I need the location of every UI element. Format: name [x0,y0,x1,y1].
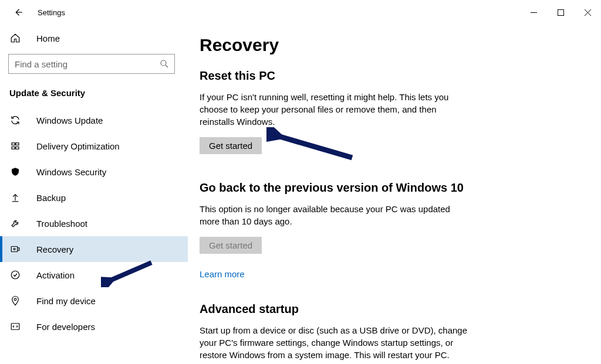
nav-label: Find my device [36,296,96,306]
svg-rect-6 [12,143,15,145]
window-controls [520,0,601,25]
back-button[interactable] [8,2,28,22]
nav-windows-security[interactable]: Windows Security [0,159,188,185]
search-icon [159,59,170,69]
svg-rect-1 [558,9,563,15]
svg-line-5 [166,65,168,67]
svg-rect-9 [16,147,19,149]
reset-description: If your PC isn't running well, resetting… [200,91,470,128]
svg-point-14 [11,271,19,279]
learn-more-link[interactable]: Learn more [200,269,245,279]
nav-backup[interactable]: Backup [0,185,188,210]
home-icon [9,33,21,43]
nav-for-developers[interactable]: For developers [0,314,188,339]
nav-home-label: Home [36,33,60,43]
svg-rect-16 [11,324,19,330]
svg-point-4 [161,60,166,66]
nav-label: Windows Security [36,167,106,177]
goback-description: This option is no longer available becau… [200,203,470,227]
svg-point-13 [13,249,15,250]
delivery-icon [9,141,21,151]
sidebar: Home Update & Security Windows Update [0,25,188,364]
goback-heading: Go back to the previous version of Windo… [200,181,589,195]
nav-label: For developers [36,322,95,332]
nav-windows-update[interactable]: Windows Update [0,107,188,133]
nav-recovery[interactable]: Recovery [0,236,188,262]
minimize-icon [531,9,537,16]
nav-label: Activation [36,270,75,280]
upload-icon [9,192,21,203]
window-title: Settings [38,8,65,17]
titlebar: Settings [0,0,601,25]
svg-rect-8 [12,147,15,149]
code-icon [9,321,21,332]
shield-icon [9,166,21,177]
close-button[interactable] [574,0,601,25]
nav-activation[interactable]: Activation [0,262,188,288]
nav-label: Recovery [36,244,73,254]
nav-home[interactable]: Home [0,26,188,50]
wrench-icon [9,218,21,229]
maximize-icon [558,9,564,16]
reset-heading: Reset this PC [200,69,589,83]
search-input[interactable] [15,59,159,69]
close-icon [585,9,591,16]
goback-get-started-button: Get started [200,237,262,254]
advanced-description: Start up from a device or disc (such as … [200,324,470,361]
nav-delivery-optimization[interactable]: Delivery Optimization [0,133,188,159]
minimize-button[interactable] [520,0,547,25]
nav-troubleshoot[interactable]: Troubleshoot [0,210,188,236]
recovery-icon [9,244,21,254]
arrow-left-icon [13,7,23,18]
nav-list: Windows Update Delivery Optimization Win… [0,101,188,339]
check-circle-icon [9,270,21,280]
sync-icon [9,115,21,125]
svg-point-15 [14,298,16,301]
svg-rect-12 [11,247,18,252]
sidebar-section-title: Update & Security [0,77,188,101]
content-area: Recovery Reset this PC If your PC isn't … [188,25,601,364]
search-box[interactable] [8,54,175,74]
nav-label: Windows Update [36,115,103,125]
nav-label: Troubleshoot [36,219,87,229]
advanced-heading: Advanced startup [200,302,589,316]
svg-rect-7 [16,143,19,145]
maximize-button[interactable] [547,0,574,25]
nav-find-my-device[interactable]: Find my device [0,288,188,314]
location-icon [9,295,21,306]
page-title: Recovery [200,35,589,55]
nav-label: Backup [36,193,66,203]
reset-get-started-button[interactable]: Get started [200,137,262,154]
nav-label: Delivery Optimization [36,141,120,151]
